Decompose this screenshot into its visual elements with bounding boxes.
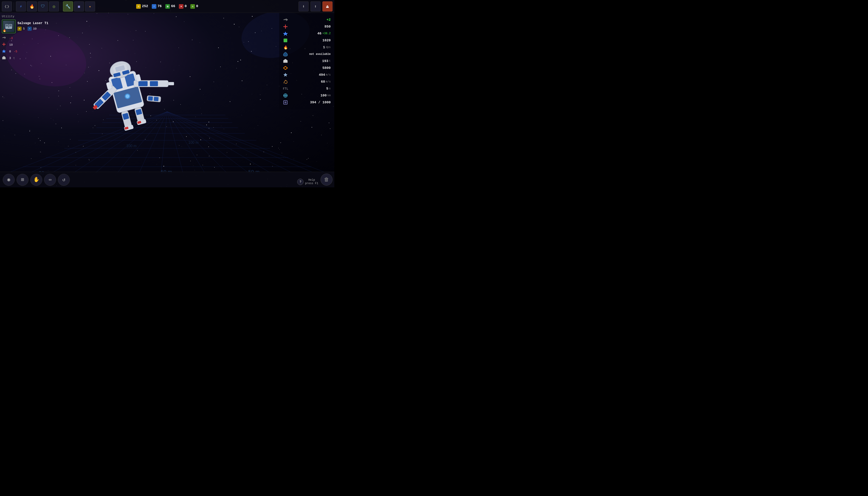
right-stat-icon-6 (283, 59, 288, 64)
svg-marker-74 (283, 73, 288, 77)
right-stat-value-10: 5 (326, 87, 328, 91)
resource-bar: ⚙ 252 ⚡ 76 ▦ 66 ● 0 ♻ 0 (136, 4, 198, 9)
item-slot[interactable]: 🔥 (2, 19, 16, 33)
resource-icon-alloys: ▦ (165, 4, 170, 9)
toolbar-tab-targeting[interactable]: ◎ (49, 1, 59, 12)
right-stat-label-8 (283, 72, 288, 77)
toolbar-tab-fire[interactable]: 🔥 (27, 1, 37, 12)
resource-value-fuel: 0 (185, 4, 187, 8)
left-stat-extra-2: -5 (14, 50, 17, 53)
svg-marker-69 (2, 56, 5, 59)
right-stat-change-2: +38.2 (322, 32, 331, 35)
left-stat-val-3: 3 (9, 57, 11, 60)
svg-rect-40 (138, 81, 148, 86)
svg-rect-66 (10, 25, 12, 27)
exit-button[interactable]: ⏏ (322, 1, 332, 12)
right-stat-row-5: not available (283, 51, 331, 57)
category-label: Utility (2, 15, 62, 18)
toolbar-tab-special[interactable]: ✦ (85, 1, 95, 12)
move-tool-icon: ✋ (33, 176, 40, 183)
right-stat-icon-12 (283, 100, 288, 105)
right-stat-label-5 (283, 52, 288, 57)
share-button[interactable]: ⬆ (310, 1, 321, 12)
left-stat-val-1: 10 (9, 43, 13, 47)
left-stat-row-1: 10 (2, 42, 62, 48)
left-stat-val-0: -3 (9, 36, 13, 40)
right-stat-value-4: 1 (323, 45, 325, 49)
mirror-icon: ⇔ (48, 176, 51, 183)
resource-energy: ⚡ 76 (152, 4, 162, 9)
resource-organics: ♻ 0 (190, 4, 198, 9)
right-stat-row-0: +2 (283, 17, 331, 22)
svg-text:🔥: 🔥 (283, 45, 288, 50)
bottom-btn-color-picker[interactable]: ◉ (3, 174, 15, 186)
toolbar-tab-utility[interactable]: 🔧 (63, 1, 73, 12)
right-stat-value-9: 68 (321, 80, 325, 84)
right-stat-label-7 (283, 65, 288, 71)
right-stat-label-11 (283, 93, 288, 98)
right-stat-row-10: FTL5s (283, 86, 331, 91)
item-name: Salvage Laser T1 (17, 21, 48, 25)
right-stat-label-1 (283, 24, 288, 29)
svg-marker-76 (285, 80, 286, 81)
toolbar-tab-cube[interactable]: ◼ (74, 1, 84, 12)
right-stat-value-7: 5800 (322, 66, 331, 70)
top-toolbar: ❮❯⚡🔥🛡◎🔧◼✦ ⚙ 252 ⚡ 76 ▦ 66 ● 0 ♻ 0 ⬇⬆⏏ (0, 0, 334, 13)
right-stat-icon-2 (283, 31, 288, 36)
right-stat-label-text-10: FTL (283, 87, 288, 91)
toolbar-tab-lightning[interactable]: ⚡ (16, 1, 26, 12)
right-stat-value-11: 100 (321, 94, 327, 97)
right-panel: +285046+38.21020🔥1dpsnot available193t58… (279, 13, 334, 109)
svg-rect-82 (284, 102, 286, 103)
right-stat-values-0: +2 (327, 18, 331, 22)
resource-icon-fuel: ● (179, 4, 184, 9)
right-stat-label-10: FTL (283, 87, 288, 91)
toolbar-tab-shield[interactable]: 🛡 (38, 1, 48, 12)
left-panel: Utility 🔥 Salvage Laser T1 ⚙ (0, 13, 64, 64)
exit-icon: ⏏ (326, 4, 329, 9)
right-stat-icon-4: 🔥 (283, 45, 288, 50)
toolbar-tab-nav[interactable]: ❮❯ (2, 1, 12, 12)
help-label: Helppress F1 (305, 179, 318, 186)
svg-rect-48 (121, 110, 132, 128)
toolbar-tabs: ❮❯⚡🔥🛡◎🔧◼✦ (2, 1, 95, 12)
help-button[interactable]: ? Helppress F1 (297, 179, 318, 186)
right-stat-values-2: 46+38.2 (317, 32, 331, 35)
right-stat-value-0: +2 (327, 18, 331, 22)
right-stat-values-10: 5s (326, 87, 331, 91)
right-stat-icon-9 (283, 79, 288, 84)
bottom-btn-grid-toggle[interactable]: ⊞ (17, 174, 29, 186)
svg-marker-70 (283, 31, 288, 36)
svg-rect-71 (283, 38, 287, 42)
bottom-btn-mirror[interactable]: ⇔ (44, 174, 56, 186)
right-stat-label-0 (283, 17, 288, 22)
stat-val-0: 5 (23, 27, 25, 31)
resource-icon-credits: ⚙ (136, 4, 141, 9)
download-button[interactable]: ⬇ (298, 1, 309, 12)
trash-button[interactable]: 🗑 (321, 174, 332, 186)
right-stat-value-6: 193 (322, 59, 328, 63)
resource-alloys: ▦ 66 (165, 4, 175, 9)
bottom-btn-move-tool[interactable]: ✋ (30, 174, 42, 186)
left-stat-val-2: 0 (9, 50, 11, 53)
stat-icon-0: ⚙ (17, 27, 21, 31)
right-stat-values-8: 494m/s (319, 73, 331, 77)
right-stat-label-3 (283, 38, 288, 43)
right-stat-row-2: 46+38.2 (283, 31, 331, 36)
right-stat-unit-6: t (329, 60, 331, 63)
grid-toggle-icon: ⊞ (21, 176, 24, 183)
bottom-btn-rotate[interactable]: ↺ (58, 174, 70, 186)
resource-value-organics: 0 (196, 4, 198, 8)
right-stat-row-1: 850 (283, 24, 331, 29)
left-stat-row-0: -3 (2, 35, 62, 41)
right-stat-values-3: 1020 (322, 38, 331, 43)
right-stat-unit-8: m/s (326, 73, 331, 76)
right-stat-unit-11: km (327, 94, 331, 97)
resource-icon-organics: ♻ (190, 4, 195, 9)
right-stat-icon-11 (283, 93, 288, 98)
resource-icon-energy: ⚡ (152, 4, 156, 9)
right-stat-value-12: 394 / 1000 (310, 100, 331, 105)
resource-value-alloys: 66 (171, 4, 175, 8)
svg-marker-68 (2, 49, 6, 53)
right-stat-icon-0 (283, 17, 288, 22)
